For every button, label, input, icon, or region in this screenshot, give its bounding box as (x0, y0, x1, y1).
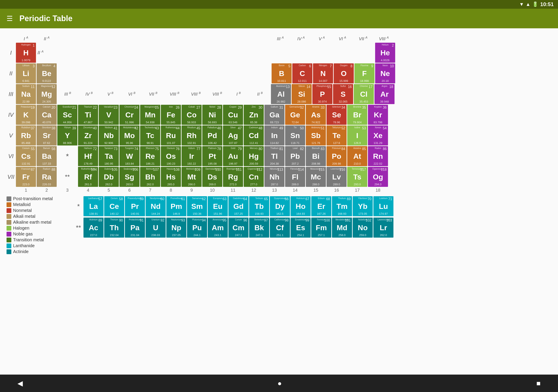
home-button[interactable]: ● (278, 379, 282, 387)
element-Th[interactable]: 90 Thorium Th 232.04 (104, 218, 124, 238)
element-Sm[interactable]: 62 Samarium Sm 150.36 (187, 196, 207, 216)
back-button[interactable]: ◀ (17, 379, 23, 387)
element-Eu[interactable]: 63 Europium Eu 151.96 (208, 196, 228, 216)
element-Nd[interactable]: 60 Neodymium Nd 144.24 (146, 196, 166, 216)
element-Si[interactable]: 14 Silicon Si 28.086 (292, 84, 312, 104)
element-Rn[interactable]: 86 Radon Rn 222.02 (368, 146, 388, 166)
element-Ag[interactable]: 47 Silver Ag 107.87 (223, 125, 243, 145)
element-Fe[interactable]: 26 Iron Fe 55.845 (161, 105, 181, 125)
element-Cd[interactable]: 48 Cadmium Cd 112.41 (244, 125, 264, 145)
element-Md[interactable]: 101 Mendelevium Md 258.0 (332, 218, 352, 238)
element-Ho[interactable]: 67 Holmium Ho 164.93 (291, 196, 311, 216)
element-Gd[interactable]: 64 Gadolinium Gd 157.25 (228, 196, 248, 216)
element-Ra[interactable]: 88 Radium Ra 226.03 (37, 167, 57, 187)
recent-button[interactable]: ■ (536, 379, 541, 387)
element-V[interactable]: 23 Vanadium V 50.942 (99, 105, 119, 125)
element-Pr[interactable]: 59 Praseodymium Pr 140.91 (125, 196, 145, 216)
element-At[interactable]: 85 Astatine At 210.0 (347, 146, 367, 166)
element-Pm[interactable]: 61 Promethium Pm 146.9 (166, 196, 186, 216)
element-Ge[interactable]: 32 Germanium Ge 72.64 (285, 105, 305, 125)
element-Os[interactable]: 76 Osmium Os 190.23 (161, 146, 181, 166)
element-Bi[interactable]: 83 Bismuth Bi 208.98 (306, 146, 326, 166)
element-I[interactable]: 53 Iodine I 126.9 (347, 125, 367, 145)
element-N[interactable]: 7 Nitrogen N 14.007 (313, 63, 333, 83)
element-He[interactable]: 2 Helium He 4.0026 (375, 43, 395, 63)
element-Es[interactable]: 99 Einsteinium Es 254.1 (291, 218, 311, 238)
element-Fl[interactable]: 114 Flerovium Fl 289.0 (285, 167, 305, 187)
element-F[interactable]: 9 Fluorine F 18.998 (354, 63, 375, 83)
element-Hf[interactable]: 72 Hafnium Hf 178.49 (78, 146, 98, 166)
element-Zr[interactable]: 40 Zirconium Zr 91.224 (78, 125, 98, 145)
element-Ir[interactable]: 77 Iridium Ir 192.22 (182, 146, 202, 166)
element-U[interactable]: 92 Uranium U 238.03 (146, 218, 166, 238)
element-Rh[interactable]: 45 Rhodium Rh 102.91 (182, 125, 202, 145)
element-S[interactable]: 16 Sulfur S 32.065 (333, 84, 353, 104)
element-Ds[interactable]: 110 Darmstadtium Ds 269.0 (202, 167, 222, 187)
element-Yb[interactable]: 70 Ytterbium Yb 173.05 (353, 196, 373, 216)
element-Cf[interactable]: 98 Californium Cf 251.1 (270, 218, 290, 238)
element-Br[interactable]: 35 Bromine Br 79.904 (347, 105, 367, 125)
element-Tl[interactable]: 81 Thallium Tl 204.38 (264, 146, 284, 166)
element-Pu[interactable]: 94 Plutonium Pu 244.1 (187, 218, 207, 238)
element-Og[interactable]: 118 Oganesson Og 294.0 (368, 167, 388, 187)
element-Mc[interactable]: 115 Moscovium Mc 288.0 (306, 167, 326, 187)
element-Db[interactable]: 105 Dubnium Db 262.0 (99, 167, 119, 187)
element-Ac[interactable]: 89 Actinium Ac 227.0 (84, 218, 104, 238)
element-Tm[interactable]: 69 Thulium Tm 168.93 (332, 196, 352, 216)
element-Mg[interactable]: 12 Magnesium Mg 24.305 (37, 84, 57, 104)
element-Tb[interactable]: 65 Terbium Tb 158.93 (249, 196, 269, 216)
element-Na[interactable]: 11 Sodium Na 22.99 (16, 84, 36, 104)
element-Rg[interactable]: 111 Roentgenium Rg 272.0 (223, 167, 243, 187)
element-Sb[interactable]: 51 Antimony Sb 121.76 (306, 125, 326, 145)
element-Tc[interactable]: 43 Technetium Tc 98.91 (140, 125, 160, 145)
element-Cs[interactable]: 55 Cesium Cs 132.91 (16, 146, 36, 166)
element-Fm[interactable]: 100 Fermium Fm 257.1 (311, 218, 331, 238)
element-Pa[interactable]: 91 Protactinium Pa 231.04 (125, 218, 145, 238)
element-Ne[interactable]: 10 Neon Ne 20.18 (375, 63, 395, 83)
element-Ni[interactable]: 28 Nickel Ni 58.693 (202, 105, 222, 125)
element-Sg[interactable]: 106 Seaborgium Sg 263.0 (119, 167, 140, 187)
element-Xe[interactable]: 54 Xenon Xe 131.29 (368, 125, 388, 145)
element-Pt[interactable]: 78 Platinum Pt 195.08 (202, 146, 222, 166)
element-Mn[interactable]: 25 Manganese Mn 54.938 (140, 105, 160, 125)
hamburger-icon[interactable]: ☰ (7, 14, 13, 23)
element-Ta[interactable]: 73 Tantalum Ta 180.95 (99, 146, 119, 166)
element-In[interactable]: 49 Indium In 114.82 (264, 125, 284, 145)
element-Po[interactable]: 84 Polonium Po 209.98 (327, 146, 347, 166)
element-Ga[interactable]: 31 Gallium Ga 69.723 (264, 105, 284, 125)
element-Ru[interactable]: 44 Ruthenium Ru 101.07 (161, 125, 181, 145)
element-Y[interactable]: 39 Yttrium Y 88.906 (57, 125, 77, 145)
element-Bh[interactable]: 107 Bohrium Bh 262.0 (140, 167, 160, 187)
element-Pd[interactable]: 46 Palladium Pd 106.42 (202, 125, 222, 145)
element-Sn[interactable]: 50 Tin Sn 118.71 (285, 125, 305, 145)
element-Li[interactable]: 3 Lithium Li 6.941 (16, 63, 36, 83)
element-Hs[interactable]: 108 Hassium Hs 265.0 (161, 167, 181, 187)
element-Dy[interactable]: 66 Dysprosium Dy 162.5 (270, 196, 290, 216)
element-Fr[interactable]: 87 Francium Fr 223.0 (16, 167, 36, 187)
element-Rf[interactable]: 104 Rutherfordium Rf 261.0 (78, 167, 98, 187)
element-Cm[interactable]: 96 Curium Cm 247.1 (228, 218, 248, 238)
element-Ca[interactable]: 20 Calcium Ca 40.078 (37, 105, 57, 125)
element-La[interactable]: 57 Lanthanum La 138.91 (84, 196, 104, 216)
element-Kr[interactable]: 36 Krypton Kr 83.798 (368, 105, 388, 125)
element-C[interactable]: 6 Carbon C 12.011 (292, 63, 312, 83)
element-Se[interactable]: 34 Selenium Se 78.96 (327, 105, 347, 125)
element-Mo[interactable]: 42 Molybdenum Mo 95.96 (119, 125, 140, 145)
element-Pb[interactable]: 82 Lead Pb 207.2 (285, 146, 305, 166)
element-Nh[interactable]: 113 Nihonium Nh 287.0 (264, 167, 284, 187)
element-Be[interactable]: 4 Beryllium Be 9.0122 (37, 63, 57, 83)
element-No[interactable]: 102 Nobelium No 259.0 (353, 218, 373, 238)
element-As[interactable]: 33 Arsenic As 74.922 (306, 105, 326, 125)
element-Lr[interactable]: 103 Lawrencium Lr 262.0 (373, 218, 393, 238)
element-Al[interactable]: 13 Aluminum Al 26.982 (271, 84, 291, 104)
element-Cl[interactable]: 17 Chlorine Cl 35.453 (354, 84, 374, 104)
element-Lu[interactable]: 71 Lutetium Lu 174.97 (373, 196, 393, 216)
element-Sc[interactable]: 21 Scandium Sc 44.956 (57, 105, 77, 125)
element-Au[interactable]: 79 Gold Au 196.97 (223, 146, 243, 166)
element-Sr[interactable]: 38 Strontium Sr 87.62 (37, 125, 57, 145)
element-W[interactable]: 74 Tungsten W 183.84 (119, 146, 140, 166)
element-Lv[interactable]: 116 Livermorium Lv 289.0 (327, 167, 347, 187)
element-Np[interactable]: 93 Neptunium Np 237.05 (166, 218, 186, 238)
element-P[interactable]: 15 Phosphorus P 30.974 (312, 84, 332, 104)
element-H[interactable]: 1 Hydrogen H 1.0079 (16, 43, 36, 63)
